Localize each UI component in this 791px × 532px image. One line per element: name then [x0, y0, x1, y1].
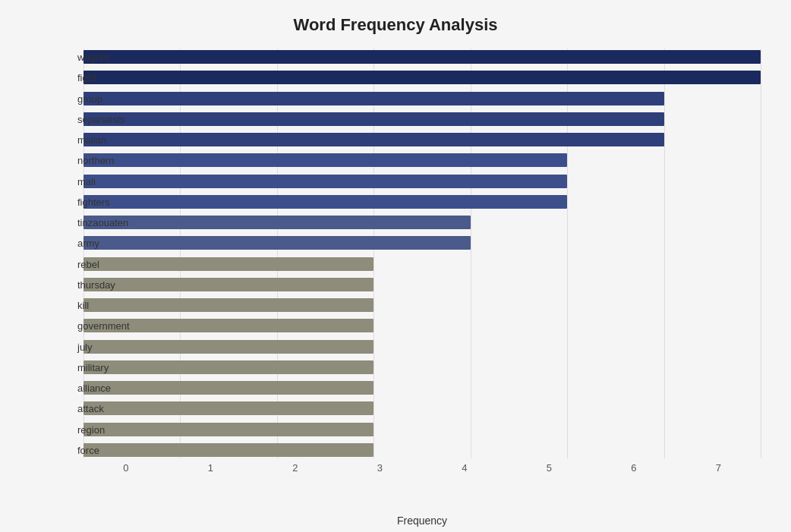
bar: [84, 278, 373, 291]
bar: [84, 216, 471, 229]
bar: [84, 112, 664, 126]
bar-row: region: [84, 421, 761, 438]
bar: [84, 443, 373, 457]
bar-row: malian: [84, 131, 761, 148]
bar: [84, 175, 567, 188]
chart-title: Word Frequency Analysis: [30, 15, 761, 35]
bar-row: tinzaouaten: [84, 214, 761, 231]
bar-row: alliance: [84, 379, 761, 396]
bars-wrapper: wagnerfightgroupseparatistsmaliannorther…: [84, 49, 761, 458]
bar-row: separatists: [84, 111, 761, 127]
bar-row: military: [84, 359, 761, 376]
bar-row: northern: [84, 152, 761, 168]
x-tick: 3: [338, 462, 423, 474]
x-tick: 0: [84, 462, 169, 474]
bar: [84, 236, 471, 250]
bar: [84, 298, 373, 312]
bar-row: rebel: [84, 256, 761, 272]
bar-row: group: [84, 90, 761, 107]
bar-row: force: [84, 442, 761, 458]
bar: [84, 423, 373, 436]
chart-container: Word Frequency Analysis wagnerfightgroup…: [0, 0, 791, 532]
bar-row: attack: [84, 400, 761, 417]
bar: [84, 92, 664, 105]
bar-row: mali: [84, 173, 761, 190]
bar: [84, 257, 373, 271]
bar-row: fight: [84, 69, 761, 86]
x-tick: 1: [169, 462, 254, 474]
bar: [84, 401, 373, 415]
bar-row: july: [84, 338, 761, 355]
bar: [84, 195, 567, 209]
x-tick: 5: [507, 462, 592, 474]
x-tick: 2: [253, 462, 338, 474]
bar: [84, 50, 761, 64]
bar: [84, 381, 373, 395]
bar-row: kill: [84, 297, 761, 313]
bar-row: army: [84, 235, 761, 251]
bar: [84, 133, 664, 146]
x-tick: 7: [676, 462, 761, 474]
chart-area: wagnerfightgroupseparatistsmaliannorther…: [84, 49, 761, 489]
bar: [84, 153, 567, 167]
x-axis-label: Frequency: [397, 515, 447, 527]
grid-line: [761, 49, 761, 458]
x-tick: 6: [591, 462, 676, 474]
bar-row: government: [84, 317, 761, 334]
bar: [84, 340, 373, 354]
bar: [84, 360, 373, 374]
bar-row: wagner: [84, 49, 761, 65]
bar-row: fighters: [84, 194, 761, 210]
x-tick: 4: [422, 462, 507, 474]
x-axis: 01234567: [84, 462, 761, 474]
bar-row: thursday: [84, 276, 761, 293]
bar: [84, 71, 761, 84]
